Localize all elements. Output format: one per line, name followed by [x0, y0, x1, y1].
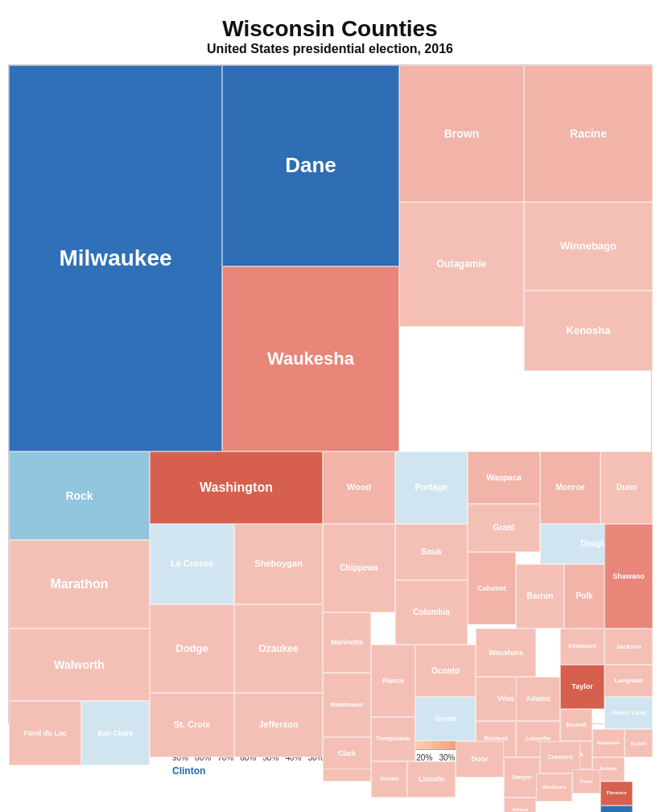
county-menominee: Menominee — [600, 806, 633, 812]
county-columbia: Columbia — [395, 580, 468, 645]
county-racine: Racine — [524, 65, 653, 202]
county-marathon: Marathon — [9, 540, 150, 629]
county-monroe: Monroe — [540, 451, 600, 524]
county-st.-croix: St. Croix — [150, 693, 234, 757]
county-washburn: Washburn — [536, 773, 572, 802]
county-waupaca: Waupaca — [468, 451, 540, 504]
county-outagamie: Outagamie — [399, 202, 524, 327]
county-florence: Florence — [600, 781, 633, 806]
county-waushara: Waushara — [476, 629, 536, 677]
county-milwaukee: Milwaukee — [9, 65, 222, 451]
county-eau-claire: Eau Claire — [81, 701, 150, 765]
title-section: Wisconsin Counties United States preside… — [207, 16, 453, 56]
county-forest: Forest — [572, 769, 600, 793]
county-dunn: Dunn — [600, 451, 653, 524]
county-sauk: Sauk — [395, 524, 468, 580]
treemap: MilwaukeeDaneWaukeshaBrownRacineOutagami… — [8, 64, 652, 724]
county-rock: Rock — [9, 451, 150, 540]
county-brown: Brown — [399, 65, 524, 202]
county-lincoln: Lincoln — [407, 761, 456, 798]
county-barron: Barron — [516, 564, 564, 629]
county-langlade: Langlade — [604, 665, 653, 697]
county-kewaunee: Kewaunee — [560, 629, 604, 665]
county-jackson: Jackson — [604, 629, 653, 665]
county-portage: Portage — [395, 451, 468, 524]
county-manitowoc: Manitowoc — [323, 673, 371, 737]
county-pierce: Pierce — [371, 645, 415, 717]
county-marquette: Marquette — [592, 729, 625, 757]
county-clark: Clark — [323, 737, 371, 769]
county-dane: Dane — [222, 65, 399, 266]
county-calumet: Calumet — [468, 552, 516, 624]
county-winnebago: Winnebago — [524, 202, 653, 291]
county-crawford: Crawford — [540, 741, 580, 773]
county-waukesha: Waukesha — [222, 266, 399, 451]
county-door: Door — [456, 741, 504, 777]
county-green-lake: Green Lake — [604, 697, 653, 729]
county-dodge: Dodge — [150, 604, 234, 693]
county-trempealeau: Trempealeau — [371, 717, 415, 761]
county-grant: Grant — [468, 504, 540, 552]
county-shawano: Shawano — [604, 524, 653, 629]
county-bayfield: Bayfield — [625, 729, 653, 757]
county-sheboygan: Sheboygan — [234, 524, 323, 604]
county-ashland: Ashland — [504, 798, 536, 812]
county-washington: Washington — [150, 451, 323, 524]
county-marinette: Marinette — [323, 612, 371, 673]
county-ozaukee: Ozaukee — [234, 604, 323, 693]
county-burnett: Burnett — [560, 709, 592, 741]
county-oconto: Oconto — [415, 645, 476, 697]
page-subtitle: United States presidential election, 201… — [207, 42, 453, 56]
county-kenosha: Kenosha — [524, 291, 653, 371]
county-green: Green — [415, 697, 476, 741]
county-taylor: Taylor — [560, 665, 604, 709]
county-walworth: Walworth — [9, 629, 150, 701]
county-fond-du-lac: Fond du Lac — [9, 701, 81, 765]
county-vernon: Vernon — [371, 761, 407, 798]
page-title: Wisconsin Counties — [207, 16, 453, 42]
clinton-label: Clinton — [172, 765, 205, 777]
county-wood: Wood — [323, 451, 395, 524]
county-polk: Polk — [564, 564, 604, 629]
county-jefferson: Jefferson — [234, 693, 323, 757]
county-chippewa: Chippewa — [323, 524, 395, 612]
county-la-crosse: La Crosse — [150, 524, 234, 604]
county-adams: Adams — [516, 677, 560, 721]
county-sawyer: Sawyer — [504, 757, 540, 798]
